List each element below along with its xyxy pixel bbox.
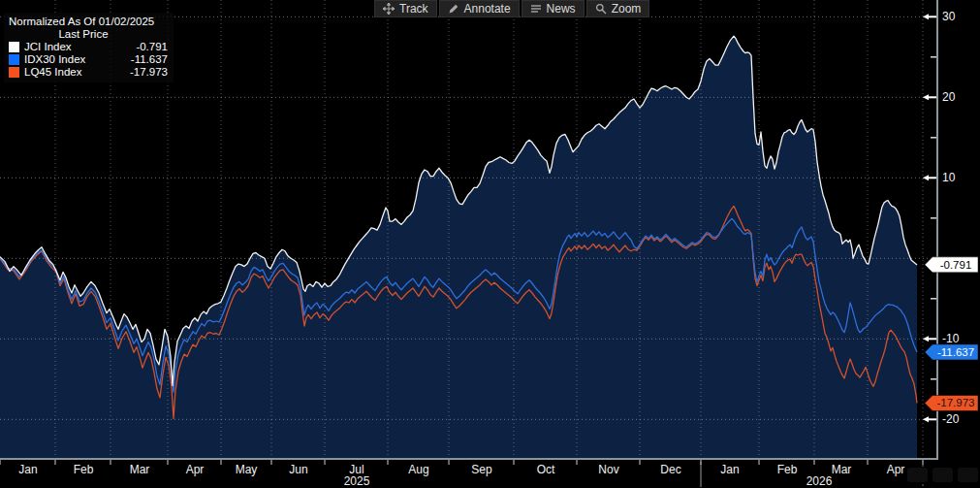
y-axis-tick-label: -10: [942, 332, 960, 345]
corner-button-2[interactable]: [933, 468, 953, 482]
y-axis-tick-label: 30: [942, 10, 956, 23]
annotate-pencil-icon: [448, 3, 459, 15]
jci-index-label: JCI Index: [24, 41, 136, 52]
track-button-label: Track: [399, 2, 428, 16]
annotate-button-label: Annotate: [464, 2, 511, 16]
jci-color-swatch: [9, 42, 19, 52]
y-axis-tick-label: 20: [942, 90, 956, 104]
zoom-magnifier-icon: [595, 3, 607, 15]
annotate-button[interactable]: Annotate: [439, 0, 520, 17]
month-label: May: [236, 463, 258, 476]
month-label: Oct: [537, 463, 555, 476]
legend-item-idx30[interactable]: IDX30 Index -11.637: [9, 53, 168, 65]
price-badge-value: -11.637: [937, 346, 974, 358]
chart-toolbar: Track Annotate News Zoom: [374, 0, 649, 17]
legend-item-jci[interactable]: JCI Index -0.791: [9, 41, 168, 52]
month-label: Apr: [887, 463, 905, 476]
corner-button-1[interactable]: [907, 468, 928, 482]
bottom-right-buttons: [907, 468, 978, 482]
chart-legend[interactable]: Normalized As Of 01/02/2025 Last Price J…: [4, 13, 174, 82]
jci-last-value: -0.791: [136, 41, 168, 52]
month-label: Mar: [130, 463, 150, 476]
lq45-last-value: -17.973: [130, 66, 168, 78]
idx30-color-swatch: [9, 54, 19, 65]
zoom-button[interactable]: Zoom: [586, 0, 650, 17]
idx30-last-value: -11.637: [131, 53, 168, 65]
last-price-label: Last Price: [0, 28, 168, 40]
year-label-2025: 2025: [344, 474, 370, 488]
corner-button-3[interactable]: [958, 468, 978, 482]
zoom-button-label: Zoom: [612, 2, 642, 16]
track-button[interactable]: Track: [374, 0, 437, 17]
month-label: Jun: [289, 463, 307, 476]
month-label: Feb: [777, 463, 798, 476]
news-lines-icon: [530, 3, 542, 15]
month-label: Feb: [74, 463, 94, 476]
legend-item-lq45[interactable]: LQ45 Index -17.973: [9, 66, 168, 78]
lq45-index-label: LQ45 Index: [24, 66, 130, 78]
normalized-as-of-label: Normalized As Of 01/02/2025: [9, 16, 168, 27]
bloomberg-chart-window: 302010-10-20JanFebMarAprMayJunJulAugSepO…: [0, 0, 980, 488]
month-label: Sep: [471, 463, 492, 476]
news-button[interactable]: News: [522, 0, 585, 17]
idx30-index-label: IDX30 Index: [24, 53, 131, 65]
month-label: Aug: [408, 463, 428, 476]
month-label: Jan: [720, 463, 739, 476]
month-label: Jan: [18, 463, 37, 476]
y-axis-tick-label: -20: [942, 412, 960, 426]
track-crosshair-icon: [383, 3, 395, 15]
y-axis-tick-label: 10: [942, 171, 956, 184]
month-label: Mar: [832, 463, 852, 476]
lq45-color-swatch: [9, 67, 19, 78]
month-label: Apr: [186, 463, 205, 476]
price-badge-value: -17.973: [936, 397, 974, 408]
news-button-label: News: [547, 2, 576, 16]
month-label: Dec: [660, 463, 680, 476]
month-label: Nov: [598, 463, 618, 476]
price-badge-value: -0.791: [940, 259, 972, 271]
year-label-2026: 2026: [806, 474, 833, 488]
